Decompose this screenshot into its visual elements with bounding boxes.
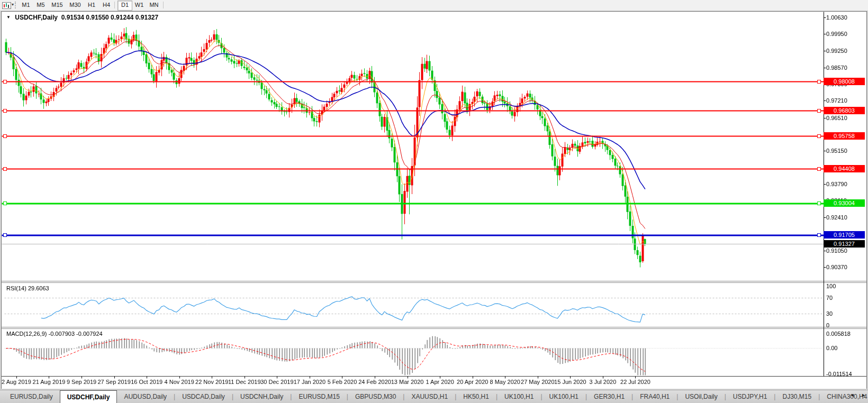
- date-label: 22 Jul 2020: [620, 379, 650, 385]
- price-tick-label: 0.92410: [826, 214, 847, 221]
- toolbar-separator-2: [163, 2, 164, 8]
- macd-tick-label: 0.005818: [826, 331, 851, 337]
- chart-title: ▼ USDCHF,Daily 0.91534 0.91550 0.91244 0…: [6, 14, 158, 21]
- price-tick-label: 0.93790: [826, 181, 847, 187]
- symbol-dropdown-icon[interactable]: ▼: [6, 15, 11, 20]
- tab-usdjpy-h1[interactable]: USDJPY,H1: [726, 390, 774, 403]
- timeframe-button-M15[interactable]: M15: [49, 1, 66, 10]
- chart-plot-area[interactable]: [0, 0, 868, 403]
- tab-audusd-daily[interactable]: AUDUSD,Daily: [117, 390, 174, 403]
- price-level-badge: 0.94408: [824, 165, 865, 172]
- ohlc-low: 0.91244: [111, 14, 133, 21]
- chart-candles-icon: [2, 2, 11, 9]
- date-label: 17 Jan 2020: [294, 379, 326, 385]
- terminal-workspace: ▾ M1M5M15M30H1H4D1W1MN ▼ USDCHF,Daily 0.…: [0, 0, 868, 403]
- date-label: 27 May 2020: [521, 379, 555, 385]
- date-label: 27 Sep 2019: [97, 379, 130, 385]
- timeframe-button-M30[interactable]: M30: [67, 1, 84, 10]
- tab-ger30-h1[interactable]: GER30,H1: [587, 390, 631, 403]
- chart-profile-caret: ▾: [12, 2, 14, 7]
- price-level-badge: 0.95758: [824, 132, 865, 140]
- price-tick-label: 0.98570: [826, 65, 847, 71]
- tab-usdcad-daily[interactable]: USDCAD,Daily: [175, 390, 232, 403]
- price-level-badge: 0.93004: [824, 199, 865, 207]
- price-tick-label: 0.99250: [826, 48, 847, 54]
- macd-indicator-label: MACD(12,26,9) -0.007903 -0.007924: [6, 331, 103, 337]
- date-label: 8 May 2020: [490, 379, 520, 385]
- tab-eurusd-daily[interactable]: EURUSD,Daily: [3, 390, 60, 403]
- tab-uk100-h1[interactable]: UK100,H1: [542, 390, 585, 403]
- toolbar-separator-1: [114, 2, 115, 8]
- tab-uk100-h1[interactable]: UK100,H1: [498, 390, 540, 403]
- timeframe-button-W1[interactable]: W1: [132, 1, 146, 10]
- price-tick-label: 0.91050: [826, 248, 847, 254]
- date-label: 20 Apr 2020: [457, 379, 488, 385]
- price-level-badge: 0.98008: [824, 78, 865, 85]
- tab-eurusd-m15[interactable]: EURUSD,M15: [292, 390, 346, 403]
- tab-xauusd-h1[interactable]: XAUUSD,H1: [404, 390, 455, 403]
- rsi-tick-label: 100: [826, 283, 836, 289]
- price-tick-label: 0.90370: [826, 264, 847, 270]
- tab-hk50-h1[interactable]: HK50,H1: [456, 390, 496, 403]
- rsi-tick-label: 30: [826, 310, 833, 317]
- date-label: 15 Jun 2020: [554, 379, 586, 385]
- date-label: 1 Apr 2020: [426, 379, 454, 385]
- tab-usoil-daily[interactable]: USOil,Daily: [678, 390, 724, 403]
- timeframe-button-D1[interactable]: D1: [117, 1, 132, 11]
- date-label: 3 Jul 2020: [590, 379, 617, 385]
- tab-fra40-h1[interactable]: FRA40,H1: [633, 390, 676, 403]
- timeframe-button-MN[interactable]: MN: [147, 1, 161, 10]
- tab-dj30-m15[interactable]: DJ30,M15: [775, 390, 818, 403]
- rsi-tick-label: 70: [826, 295, 833, 301]
- date-label: 30 Dec 2019: [260, 379, 293, 385]
- date-label: 4 Nov 2019: [165, 379, 194, 385]
- date-label: 21 Aug 2019: [33, 379, 66, 385]
- price-tick-label: 1.00630: [826, 14, 847, 21]
- macd-tick-label: -0.011514: [826, 371, 852, 377]
- current-price-badge: 0.91327: [824, 240, 865, 248]
- timeframe-button-H4[interactable]: H4: [100, 1, 113, 10]
- date-label: 9 Sep 2019: [67, 379, 96, 385]
- timeframe-button-H1[interactable]: H1: [85, 1, 98, 10]
- timeframe-button-M1[interactable]: M1: [19, 1, 33, 10]
- date-label: 11 Dec 2019: [228, 379, 261, 385]
- tab-gbpusd-m30[interactable]: GBPUSD,M30: [348, 390, 403, 403]
- tab-scroll-buttons: ◄ ►: [845, 392, 866, 398]
- price-level-badge: 0.96803: [824, 107, 865, 114]
- price-tick-label: 0.96510: [826, 115, 847, 121]
- macd-tick-label: 0.00: [826, 345, 837, 351]
- price-tick-label: 0.99950: [826, 31, 847, 37]
- ohlc-high: 0.91550: [86, 14, 108, 21]
- price-tick-label: 0.95150: [826, 148, 847, 154]
- timeframe-button-M5[interactable]: M5: [34, 1, 48, 10]
- toolbar-grip[interactable]: [15, 2, 17, 8]
- chart-profile-button[interactable]: [2, 2, 11, 11]
- rsi-indicator-label: RSI(14) 29.6063: [6, 285, 49, 291]
- date-label: 13 Mar 2020: [391, 379, 424, 385]
- tab-scroll-left-icon[interactable]: ◄: [850, 392, 855, 398]
- date-label: 24 Feb 2020: [358, 379, 391, 385]
- chart-symbol: USDCHF,Daily: [15, 14, 58, 21]
- ohlc-open: 0.91534: [61, 14, 84, 21]
- date-label: 22 Nov 2019: [195, 379, 228, 385]
- price-tick-label: 0.97210: [826, 97, 847, 104]
- rsi-tick-label: 0: [826, 322, 829, 328]
- price-level-badge: 0.91705: [824, 231, 865, 239]
- ohlc-close: 0.91327: [135, 14, 158, 21]
- tab-usdchf-daily[interactable]: USDCHF,Daily: [60, 390, 117, 403]
- tab-scroll-right-icon[interactable]: ►: [861, 392, 866, 398]
- date-label: 2 Aug 2019: [2, 379, 31, 385]
- timeframe-toolbar: ▾ M1M5M15M30H1H4D1W1MN: [0, 0, 868, 11]
- date-label: 16 Oct 2019: [131, 379, 162, 385]
- chart-tab-bar: EURUSD,DailyUSDCHF,DailyAUDUSD,Daily|USD…: [0, 390, 868, 403]
- date-label: 5 Feb 2020: [328, 379, 357, 385]
- tab-usdcnh-daily[interactable]: USDCNH,Daily: [233, 390, 290, 403]
